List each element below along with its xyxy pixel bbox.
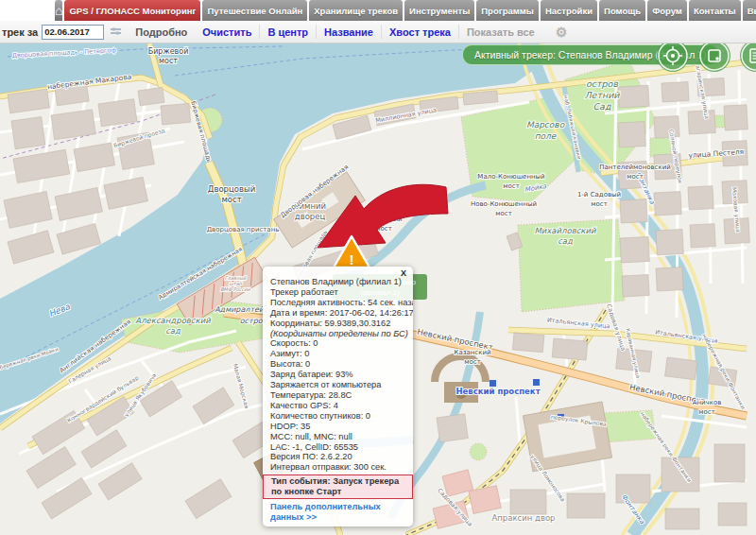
popup-line: MCC: null, MNC: null bbox=[263, 432, 413, 442]
popup-line: Заряжается от компьютера bbox=[263, 380, 413, 390]
map-label: мост bbox=[464, 358, 481, 366]
map-label: мост bbox=[503, 182, 520, 190]
popup-line: (Координаты определены по БС) bbox=[263, 329, 413, 339]
map-label: мост bbox=[698, 408, 715, 416]
map-label: Казанский bbox=[454, 349, 490, 356]
clear-button[interactable]: Очистить bbox=[202, 26, 251, 38]
nav-item-help[interactable]: Помощь bbox=[599, 0, 645, 21]
popup-line: Количество спутников: 0 bbox=[263, 411, 413, 422]
nav-item-travel-online[interactable]: Путешествие Онлайн bbox=[202, 0, 307, 21]
map-label: Михайловский bbox=[534, 226, 596, 235]
map-label: Сад bbox=[593, 101, 610, 112]
map-frame-button[interactable] bbox=[698, 40, 730, 72]
home-button[interactable]: ⌂ bbox=[55, 0, 62, 21]
popup-line: Интервал отправки: 300 сек. bbox=[263, 462, 413, 473]
tracker-info-popup: X Степанов Владимир (филиал 1)Трекер раб… bbox=[263, 267, 413, 526]
track-tail-button[interactable]: Хвост трека bbox=[389, 26, 451, 38]
popup-line: Скорость: 0 bbox=[263, 338, 413, 349]
nav-item-tools[interactable]: Инструменты bbox=[404, 0, 474, 21]
popup-lines: Степанов Владимир (филиал 1)Трекер работ… bbox=[263, 277, 413, 473]
map-label: 1-й Садовый bbox=[577, 191, 621, 198]
popup-line: Температура: 28.8C bbox=[263, 390, 413, 401]
map-label: Пантелеймоновский bbox=[599, 164, 671, 171]
popup-line: Координаты: 59.9389,30.3162 bbox=[263, 319, 413, 329]
map-label: мост bbox=[221, 195, 241, 204]
gear-icon[interactable]: ⚙ bbox=[556, 25, 568, 40]
nav-item-forum[interactable]: Форум bbox=[647, 0, 687, 21]
map-label: остров bbox=[586, 78, 618, 89]
additional-data-link[interactable]: Панель дополнительных данных >> bbox=[263, 501, 413, 523]
report-list-button[interactable] bbox=[740, 40, 756, 72]
map-label: мост bbox=[159, 57, 178, 65]
nav-item-track-storage[interactable]: Хранилище треков bbox=[309, 0, 403, 21]
map-label: Дворцовая пристань bbox=[207, 226, 280, 233]
detail-button[interactable]: Подробно bbox=[135, 26, 187, 38]
map-label: Марсово bbox=[526, 120, 565, 129]
map-label: Невский проспект bbox=[455, 387, 540, 396]
popup-line: Заряд батареи: 93% bbox=[263, 370, 413, 380]
list-icon bbox=[740, 40, 756, 72]
home-icon: ⌂ bbox=[55, 3, 62, 18]
target-icon bbox=[657, 40, 689, 72]
map-label: ВМФ России bbox=[220, 286, 250, 292]
nav-item-contacts[interactable]: Контакты bbox=[689, 0, 741, 21]
show-all-button[interactable]: Показать все bbox=[467, 26, 535, 38]
nav-item-settings[interactable]: Настройки bbox=[541, 0, 597, 21]
locate-tracker-button[interactable] bbox=[657, 40, 689, 72]
popup-line: Версия ПО: 2.6.2.20 bbox=[263, 452, 413, 462]
popup-line: Последняя активность: 54 сек. назад bbox=[263, 298, 413, 308]
popup-line: Трекер работает bbox=[263, 287, 413, 298]
map-label: Биржевой bbox=[148, 47, 189, 56]
frame-icon bbox=[698, 40, 730, 72]
name-button[interactable]: Название bbox=[324, 26, 373, 38]
popup-line: Степанов Владимир (филиал 1) bbox=[263, 277, 413, 287]
event-type-box: Тип события: Запуск трекера по кнопке Ст… bbox=[263, 475, 413, 499]
filter-icon[interactable] bbox=[110, 26, 122, 39]
map-label: мост bbox=[627, 173, 644, 181]
toolbar-separator bbox=[259, 25, 260, 39]
map-label: сад bbox=[165, 326, 180, 336]
map-toolbar: трек за Подробно Очистить В центр Назван… bbox=[0, 21, 756, 43]
popup-line: LAC: -1, CellID: 65535 bbox=[263, 442, 413, 453]
map-label: мост bbox=[495, 210, 512, 217]
center-button[interactable]: В центр bbox=[267, 26, 308, 38]
map-label: сад bbox=[558, 236, 573, 246]
popup-line: HDOP: 35 bbox=[263, 422, 413, 432]
nav-item-programs[interactable]: Программы bbox=[476, 0, 539, 21]
popup-line: Азимут: 0 bbox=[263, 349, 413, 359]
map-label: Дворцовый bbox=[208, 184, 255, 194]
popup-line: Дата и время: 2017-06-02, 14:26:17 bbox=[263, 308, 413, 319]
map-label: Летний bbox=[584, 90, 620, 100]
toolbar-separator bbox=[381, 25, 382, 39]
map-label: поле bbox=[535, 131, 558, 141]
map-label: дворец bbox=[295, 212, 326, 221]
warning-exclamation: ! bbox=[350, 251, 354, 268]
track-for-label: трек за bbox=[2, 26, 38, 38]
top-navigation: ⌂ GPS / ГЛОНАСС Мониторинг Путешествие О… bbox=[0, 0, 756, 21]
popup-line: Качество GPS: 4 bbox=[263, 401, 413, 411]
map-label: Аничков bbox=[693, 399, 722, 406]
close-icon[interactable]: X bbox=[401, 268, 406, 279]
toolbar-separator bbox=[458, 25, 459, 39]
map-label: Ново-Конюшенный bbox=[471, 200, 537, 208]
nav-item-monitoring[interactable]: GPS / ГЛОНАСС Мониторинг bbox=[64, 0, 200, 21]
map-label: Александровский bbox=[135, 316, 211, 325]
map-label: Мало-Конюшенный bbox=[477, 173, 544, 181]
map-label: Апраксин двор bbox=[491, 513, 555, 523]
toolbar-separator bbox=[316, 25, 317, 39]
nav-item-logout[interactable]: Выход bbox=[743, 0, 756, 21]
map-label: мост bbox=[591, 200, 608, 208]
popup-line: Высота: 0 bbox=[263, 359, 413, 370]
date-input[interactable] bbox=[42, 25, 104, 40]
